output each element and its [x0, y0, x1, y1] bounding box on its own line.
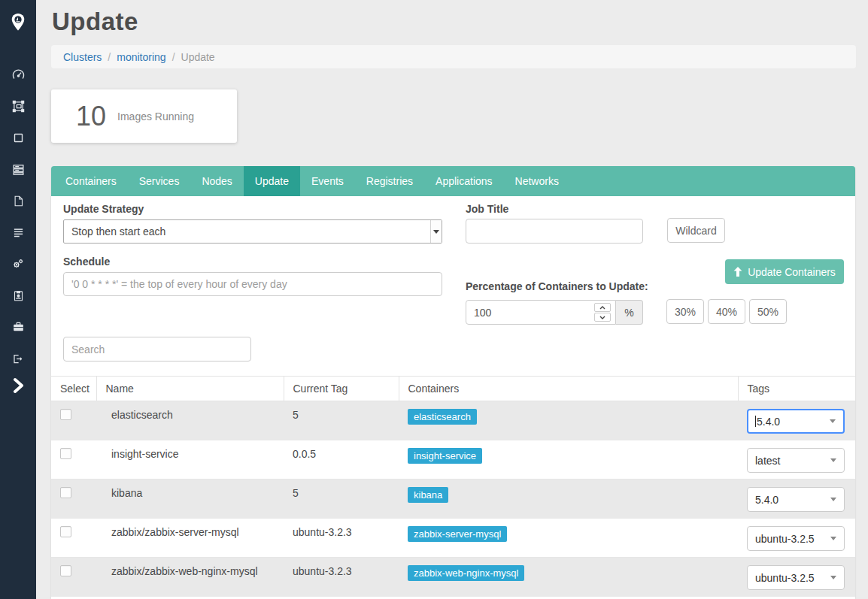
percent-addon: %	[616, 300, 643, 325]
tag-select[interactable]: 5.4.0	[747, 487, 845, 512]
container-badge: insight-service	[408, 448, 482, 464]
percentage-value: 100	[474, 307, 491, 319]
col-tags: Tags	[738, 377, 855, 401]
update-containers-button[interactable]: Update Containers	[725, 259, 844, 284]
spinner-down-button[interactable]	[594, 313, 611, 322]
breadcrumb-separator: /	[108, 51, 111, 63]
tag-select-value: ubuntu-3.2.5	[755, 533, 815, 545]
container-badge: zabbix-server-mysql	[408, 526, 507, 542]
tag-select-value: latest	[755, 455, 780, 467]
update-strategy-value: Stop then start each	[71, 225, 165, 237]
current-tag: ubuntu-3.2.3	[284, 519, 399, 558]
settings-gears-icon[interactable]	[0, 255, 36, 273]
image-name: insight-service	[96, 440, 284, 480]
spinner-buttons	[594, 303, 611, 322]
preset-50-button[interactable]: 50%	[749, 299, 787, 324]
schedule-input[interactable]	[63, 272, 442, 296]
breadcrumb-link-clusters[interactable]: Clusters	[63, 51, 102, 63]
image-name: kibana	[96, 480, 284, 519]
table-row: zabbix/zabbix-web-nginx-mysql ubuntu-3.2…	[51, 558, 855, 597]
update-strategy-label: Update Strategy	[63, 203, 144, 215]
col-select: Select	[51, 377, 96, 401]
page-title: Update	[52, 8, 138, 36]
tab-nodes[interactable]: Nodes	[190, 166, 243, 196]
spinner-up-button[interactable]	[594, 303, 611, 312]
update-strategy-select[interactable]: Stop then start each	[63, 219, 442, 244]
breadcrumb-current: Update	[181, 51, 215, 63]
search-input[interactable]	[63, 337, 251, 362]
cluster-icon[interactable]	[0, 97, 36, 115]
images-running-card: 10 Images Running	[51, 89, 237, 143]
hosts-icon[interactable]	[0, 160, 36, 178]
logo-icon[interactable]	[0, 14, 36, 32]
breadcrumb-link-monitoring[interactable]: monitoring	[117, 51, 165, 63]
percentage-label: Percentage of Containers to Update:	[466, 280, 648, 292]
identity-card-icon[interactable]	[0, 286, 36, 304]
row-checkbox[interactable]	[60, 526, 71, 537]
container-icon[interactable]	[0, 129, 36, 147]
image-name: elasticsearch	[96, 401, 284, 440]
update-containers-label: Update Containers	[748, 266, 836, 278]
table-row: kibana 5 kibana 5.4.0	[51, 480, 855, 519]
catalog-icon[interactable]	[0, 223, 36, 241]
table-row: insight-service 0.0.5 insight-service la…	[51, 440, 855, 480]
tab-services[interactable]: Services	[128, 166, 191, 196]
preset-40-button[interactable]: 40%	[708, 299, 745, 324]
sign-out-icon[interactable]	[0, 349, 36, 368]
tab-applications[interactable]: Applications	[424, 166, 504, 196]
schedule-label: Schedule	[63, 256, 110, 268]
tab-containers[interactable]: Containers	[54, 166, 128, 196]
image-name: zabbix/zabbix-web-nginx-mysql	[96, 558, 284, 597]
wildcard-button[interactable]: Wildcard	[667, 218, 725, 243]
chevron-up-icon	[599, 306, 605, 310]
tab-update[interactable]: Update	[244, 166, 300, 196]
tag-select-value: 5.4.0	[755, 494, 778, 506]
chevron-down-icon	[830, 498, 836, 501]
current-tag: 5	[284, 480, 399, 519]
tag-select-value: 5.4.0	[757, 416, 780, 428]
arrow-up-icon	[733, 267, 742, 277]
current-tag: 5	[284, 401, 399, 440]
jobs-briefcase-icon[interactable]	[0, 318, 36, 336]
col-current-tag: Current Tag	[284, 377, 399, 401]
preset-30-button[interactable]: 30%	[666, 299, 704, 324]
row-checkbox[interactable]	[60, 487, 71, 498]
images-running-label: Images Running	[117, 110, 194, 123]
expand-chevron-icon[interactable]	[0, 374, 36, 397]
text-cursor	[755, 416, 756, 427]
tag-select[interactable]: latest	[747, 448, 845, 473]
tab-networks[interactable]: Networks	[504, 166, 570, 196]
table-header-row: Select Name Current Tag Containers Tags	[51, 377, 855, 401]
current-tag: ubuntu-3.2.3	[284, 558, 399, 597]
tag-select[interactable]: 5.4.0	[747, 409, 845, 434]
tab-bar: Containers Services Nodes Update Events …	[51, 166, 855, 196]
update-panel: Update Strategy Stop then start each Job…	[51, 196, 855, 599]
document-icon[interactable]	[0, 192, 36, 210]
current-tag: 0.0.5	[284, 440, 399, 480]
breadcrumb: Clusters / monitoring / Update	[51, 45, 856, 68]
job-title-input[interactable]	[466, 219, 643, 244]
col-name: Name	[96, 377, 284, 401]
job-title-label: Job Title	[466, 203, 508, 215]
col-containers: Containers	[399, 377, 738, 401]
table-row: zabbix/zabbix-server-mysql ubuntu-3.2.3 …	[51, 519, 855, 558]
tag-select[interactable]: ubuntu-3.2.5	[747, 565, 845, 590]
percentage-input[interactable]: 100	[466, 300, 616, 325]
percentage-input-group: 100 %	[466, 300, 643, 325]
row-checkbox[interactable]	[60, 448, 71, 459]
chevron-down-icon	[433, 230, 439, 234]
tag-select-value: ubuntu-3.2.5	[755, 572, 815, 584]
breadcrumb-separator: /	[172, 51, 175, 63]
dashboard-icon[interactable]	[0, 65, 36, 83]
chevron-down-icon	[830, 576, 836, 579]
tab-registries[interactable]: Registries	[355, 166, 424, 196]
images-table: Select Name Current Tag Containers Tags …	[51, 376, 855, 597]
tag-select[interactable]: ubuntu-3.2.5	[747, 526, 845, 551]
tab-events[interactable]: Events	[300, 166, 355, 196]
chevron-down-icon	[830, 537, 836, 540]
row-checkbox[interactable]	[60, 409, 71, 420]
row-checkbox[interactable]	[60, 565, 71, 576]
table-row: elasticsearch 5 elasticsearch 5.4.0	[51, 401, 855, 440]
images-running-count: 10	[76, 101, 106, 132]
select-dropdown-strip[interactable]	[430, 220, 442, 243]
